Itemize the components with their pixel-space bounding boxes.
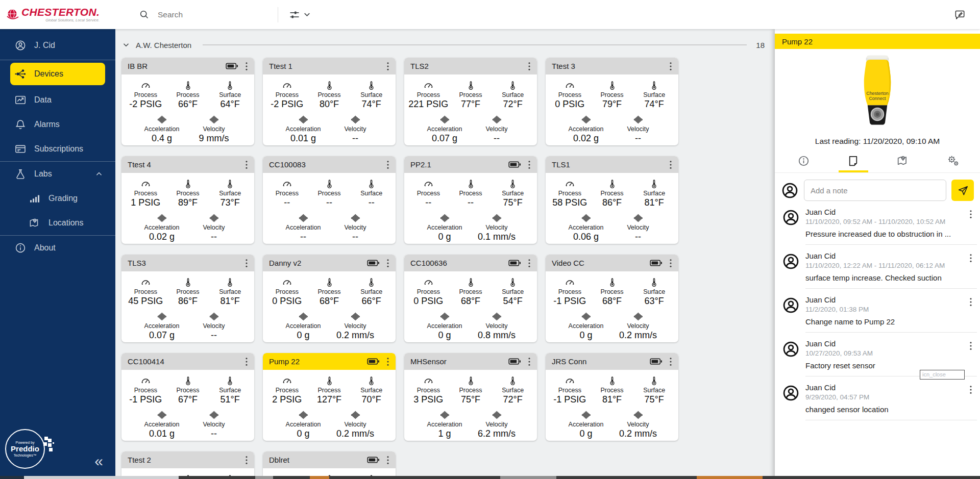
tab-info[interactable] (797, 154, 810, 172)
vibration-icon (632, 410, 644, 420)
sidebar-item-label: Locations (48, 218, 84, 228)
device-card-title: CC100083 (269, 160, 367, 169)
device-card[interactable]: Ttest 3 Process0 PSIG Process79°F Surfac… (546, 58, 678, 145)
metric-process-pressure: Process-2 PSIG (266, 80, 308, 110)
kebab-menu-icon[interactable] (526, 258, 532, 269)
sidebar-item-label: Subscriptions (34, 144, 83, 154)
kebab-menu-icon[interactable] (968, 340, 974, 351)
sidebar-item-devices[interactable]: Devices (10, 63, 105, 85)
kebab-menu-icon[interactable] (668, 61, 674, 72)
kebab-menu-icon[interactable] (243, 159, 250, 170)
avatar (782, 251, 805, 282)
kebab-menu-icon[interactable] (968, 253, 974, 264)
search-input[interactable] (157, 10, 261, 20)
metric-process-pressure: Process2 PSIG (266, 375, 308, 405)
thermometer-icon (324, 277, 335, 288)
tooltip-artifact: icn_close (920, 370, 965, 380)
kebab-menu-icon[interactable] (243, 258, 250, 269)
note-date: 10/27/2020, 09:53 AM (805, 349, 965, 357)
device-card-header: TLS1 (546, 156, 678, 173)
kebab-menu-icon[interactable] (243, 455, 250, 466)
tab-locations[interactable] (896, 154, 910, 172)
device-group-header[interactable]: A.W. Chesterton 18 (121, 38, 768, 52)
device-card[interactable]: Ttest 4 Process1 PSIG Process89°F Surfac… (121, 156, 254, 244)
device-card[interactable]: TLS1 Process58 PSIG Process86°F Surface8… (546, 156, 678, 244)
bottom-scrollbar-strip[interactable] (0, 476, 980, 479)
kebab-menu-icon[interactable] (526, 61, 532, 72)
device-card[interactable]: IB BR Process-2 PSIG Process66°F Surface… (121, 58, 254, 145)
note-input-row (781, 180, 980, 201)
note-item: Juan Cid 10/27/2020, 09:53 AM Factory re… (781, 333, 980, 370)
sidebar-item-about[interactable]: About (0, 236, 115, 260)
note-text: changed sensor location (805, 405, 965, 414)
metric-surface-temp: Surface75°F (492, 179, 534, 208)
metric-process-pressure: Process3 PSIG (407, 375, 450, 405)
kebab-menu-icon[interactable] (385, 258, 391, 269)
device-card[interactable]: PP2.1 Process-- Process-- Surface75°F Ac… (404, 156, 537, 244)
gauge-icon (564, 80, 576, 91)
device-card[interactable]: Video CC Process-1 PSIG Process68°F Surf… (546, 255, 678, 342)
sidebar-item-data[interactable]: Data (0, 88, 115, 112)
sidebar-item-subscriptions[interactable]: Subscriptions (0, 137, 115, 161)
user-name: J. Cid (34, 41, 55, 50)
metric-acceleration: Acceleration0 g (277, 311, 329, 341)
send-note-button[interactable] (951, 180, 974, 201)
device-card[interactable]: Ttest 2 (121, 451, 254, 479)
tab-settings[interactable] (946, 154, 960, 172)
kebab-menu-icon[interactable] (385, 455, 391, 466)
devices-main: A.W. Chesterton 18 IB BR Process-2 PSIG … (115, 29, 775, 479)
device-card-title: Ttest 2 (128, 456, 226, 464)
sidebar-item-user[interactable]: J. Cid (0, 29, 115, 60)
kebab-menu-icon[interactable] (385, 61, 391, 72)
kebab-menu-icon[interactable] (668, 356, 674, 367)
device-card[interactable]: Ttest 1 Process-2 PSIG Process80°F Surfa… (263, 58, 396, 145)
metric-surface-temp: Surface72°F (492, 375, 534, 405)
device-card[interactable]: TLS2 Process221 PSIG Process77°F Surface… (404, 58, 537, 145)
add-note-input[interactable] (804, 180, 946, 201)
gauge-icon (281, 179, 293, 189)
sidebar-collapse-button[interactable]: « (94, 453, 103, 469)
metric-velocity: Velocity0.2 mm/s (329, 311, 381, 341)
kebab-menu-icon[interactable] (243, 61, 250, 72)
metric-process-pressure: Process1 PSIG (125, 179, 167, 208)
device-card[interactable]: MHSensor Process3 PSIG Process75°F Surfa… (404, 353, 537, 441)
device-card-title: Ttest 4 (128, 160, 226, 169)
device-card[interactable]: CC100083 Process-- Process-- Surface-- A… (263, 156, 396, 244)
metric-surface-temp: Surface72°F (492, 80, 534, 110)
sidebar-item-locations[interactable]: Locations (0, 211, 115, 235)
vibration-icon (580, 410, 592, 420)
sensor-image: Chesterton Connect (775, 49, 980, 134)
kebab-menu-icon[interactable] (526, 356, 532, 367)
device-card[interactable]: CC100414 Process-1 PSIG Process67°F Surf… (121, 353, 254, 441)
kebab-menu-icon[interactable] (968, 296, 974, 308)
kebab-menu-icon[interactable] (668, 159, 674, 170)
globe-icon (6, 8, 19, 21)
kebab-menu-icon[interactable] (526, 159, 532, 170)
feedback-button[interactable] (954, 9, 966, 20)
tab-notes[interactable] (847, 154, 860, 172)
device-card[interactable]: Pump 22 Process2 PSIG Process127°F Surfa… (263, 353, 396, 441)
kebab-menu-icon[interactable] (668, 258, 674, 269)
kebab-menu-icon[interactable] (968, 384, 974, 395)
search-bar[interactable] (139, 9, 278, 20)
device-card[interactable]: CC100636 Process0 PSIG Process68°F Surfa… (404, 255, 537, 342)
device-card[interactable]: TLS3 Process45 PSIG Process86°F Surface8… (121, 255, 254, 342)
metric-process-temp: Process77°F (450, 80, 492, 110)
filter-button[interactable] (288, 9, 312, 21)
sidebar-item-grading[interactable]: Grading (0, 186, 115, 211)
kebab-menu-icon[interactable] (968, 209, 974, 220)
kebab-menu-icon[interactable] (385, 159, 391, 170)
metric-surface-temp: Surface81°F (209, 277, 251, 307)
thermometer-icon (224, 375, 236, 386)
kebab-menu-icon[interactable] (243, 356, 250, 367)
device-card[interactable]: Danny v2 Process0 PSIG Process68°F Surfa… (263, 255, 396, 342)
device-card[interactable]: JRS Conn Process-1 PSIG Process81°F Surf… (546, 353, 678, 441)
device-card-header: Ttest 2 (121, 451, 254, 468)
sidebar-item-labs[interactable]: Labs (0, 162, 115, 186)
vibration-icon (350, 410, 361, 420)
kebab-menu-icon[interactable] (385, 356, 391, 367)
device-card[interactable]: Dblret (263, 451, 396, 479)
metric-process-pressure: Process-- (266, 179, 308, 208)
sidebar-item-alarms[interactable]: Alarms (0, 112, 115, 137)
metric-velocity: Velocity-- (329, 213, 381, 242)
